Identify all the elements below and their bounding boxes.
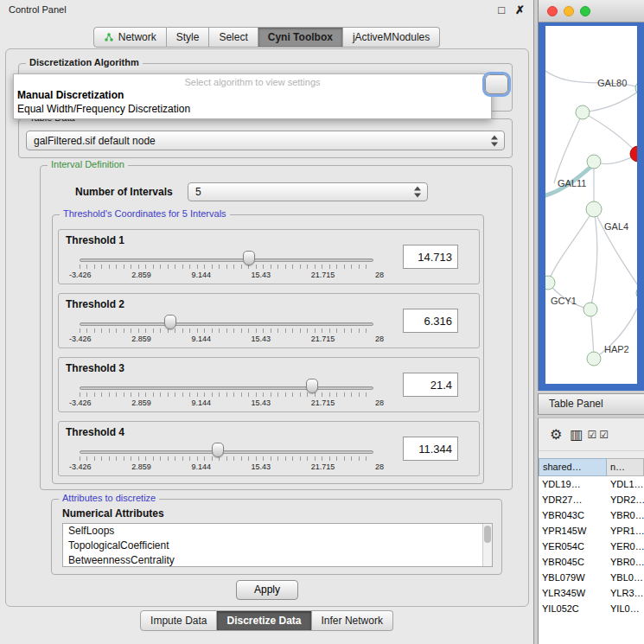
group-label: Discretization Algorithm: [26, 57, 143, 67]
table-row[interactable]: YDR27…YDR2…: [539, 492, 644, 507]
combobox-value: galFiltered.sif default node: [34, 135, 156, 147]
float-window-icon[interactable]: □: [498, 4, 505, 16]
cell-name: YDR2…: [607, 492, 644, 507]
scale-label: -3.426: [69, 335, 92, 343]
tab-impute-data[interactable]: Impute Data: [140, 610, 217, 631]
tab-label: Style: [176, 31, 200, 43]
scale-label: 15.43: [252, 399, 271, 407]
slider-ticks: [80, 328, 373, 333]
threshold-3-slider[interactable]: [80, 379, 373, 398]
cell-name: YDL1…: [607, 476, 644, 492]
tab-network[interactable]: Network: [93, 27, 167, 48]
table-row[interactable]: YER054CYER0…: [539, 539, 644, 554]
cell-shared-name: YDL19…: [539, 476, 607, 492]
network-canvas[interactable]: GAL80 GAL11 GAL4 GCY1 HAP2: [545, 26, 637, 384]
zoom-traffic-light[interactable]: [580, 6, 590, 16]
network-node[interactable]: [587, 155, 601, 169]
tab-infer-network[interactable]: Infer Network: [312, 610, 393, 631]
dropdown-option-equal-width-frequency[interactable]: Equal Width/Frequency Discretization: [14, 102, 491, 116]
threshold-label: Threshold 1: [66, 234, 124, 246]
minimize-traffic-light[interactable]: [564, 6, 574, 16]
threshold-label: Threshold 4: [66, 426, 124, 438]
network-node[interactable]: [586, 201, 602, 217]
table-row[interactable]: YDL19…YDL1…: [539, 476, 644, 492]
tab-label: Cyni Toolbox: [268, 31, 333, 43]
threshold-3-value-field[interactable]: [403, 373, 458, 397]
table-row[interactable]: YLR345WYLR3…: [539, 585, 644, 601]
threshold-1-slider[interactable]: [80, 251, 373, 270]
threshold-2-slider[interactable]: [80, 315, 373, 334]
list-item[interactable]: TopologicalCoefficient: [63, 539, 492, 553]
tab-select[interactable]: Select: [209, 27, 258, 48]
scale-label: 28: [375, 335, 384, 343]
column-header-name[interactable]: n…: [607, 458, 644, 476]
cell-name: YIL0…: [607, 601, 644, 616]
tab-cyni-toolbox[interactable]: Cyni Toolbox: [258, 27, 343, 48]
column-header-shared-name[interactable]: shared…: [539, 458, 607, 476]
control-panel-tab-bar: Network Style Select Cyni Toolbox jActiv…: [0, 27, 533, 48]
slider-track: [80, 450, 373, 454]
slider-scale: -3.426 2.859 9.144 15.43 21.715 28: [69, 462, 384, 471]
scale-label: 28: [375, 462, 384, 471]
list-item[interactable]: SelfLoops: [63, 524, 492, 539]
list-scrollbar[interactable]: [482, 524, 492, 566]
node-label: GAL80: [597, 78, 627, 88]
node-label: GAL11: [558, 178, 586, 188]
slider-thumb[interactable]: [306, 379, 318, 393]
table-row[interactable]: YPR145WYPR1…: [539, 523, 644, 539]
apply-button[interactable]: Apply: [236, 580, 298, 600]
tab-label: Discretize Data: [226, 615, 301, 627]
desktop: Control Panel □ ✗ Network Style Select C…: [0, 0, 644, 644]
tab-discretize-data[interactable]: Discretize Data: [217, 610, 311, 631]
cell-shared-name: YDR27…: [539, 492, 607, 507]
threshold-4-value-field[interactable]: [403, 437, 458, 461]
scale-label: 21.715: [311, 335, 335, 343]
slider-thumb[interactable]: [212, 443, 224, 457]
slider-thumb[interactable]: [243, 251, 255, 265]
close-traffic-light[interactable]: [547, 6, 558, 16]
threshold-1-value-field[interactable]: [403, 245, 458, 269]
tab-jactivemnodules[interactable]: jActiveMNodules: [343, 27, 440, 48]
select-all-icon[interactable]: ☑: [587, 430, 596, 440]
network-node[interactable]: [583, 303, 597, 316]
scrollbar-thumb[interactable]: [484, 526, 491, 543]
select-rows-icon[interactable]: ☑: [599, 430, 609, 440]
threshold-4-panel: Threshold 4 -3.426 2.859 9.144 15.43 21.…: [58, 421, 480, 476]
table-row[interactable]: YBR043CYBR0…: [539, 507, 644, 523]
table-row[interactable]: YBL079WYBL0…: [539, 570, 644, 585]
interval-definition-group: Interval Definition Number of Intervals …: [40, 165, 513, 490]
combobox-value: 5: [195, 186, 201, 198]
algorithm-combobox[interactable]: [485, 74, 508, 94]
close-window-icon[interactable]: ✗: [515, 4, 525, 16]
network-node[interactable]: [545, 276, 555, 290]
threshold-4-slider[interactable]: [80, 443, 373, 462]
gear-icon[interactable]: ⚙: [550, 428, 562, 442]
table-data-combobox[interactable]: galFiltered.sif default node: [26, 131, 505, 150]
list-item[interactable]: BetweennessCentrality: [63, 553, 492, 567]
scale-label: 21.715: [311, 271, 335, 279]
scale-label: 9.144: [191, 271, 211, 279]
cell-name: YBR0…: [607, 507, 644, 523]
scale-label: 9.144: [191, 335, 211, 343]
tab-style[interactable]: Style: [167, 27, 210, 48]
slider-thumb[interactable]: [164, 315, 176, 329]
slider-ticks: [80, 456, 373, 461]
dropdown-option-manual-discretization[interactable]: Manual Discretization: [14, 88, 491, 102]
threshold-2-value-field[interactable]: [403, 309, 458, 333]
combobox-arrows-icon: [491, 135, 499, 146]
number-of-intervals-combobox[interactable]: 5: [188, 182, 428, 201]
threshold-2-panel: Threshold 2 -3.426 2.859 9.144 15.43 21.…: [58, 293, 480, 348]
selected-network-node[interactable]: [630, 146, 637, 162]
network-icon: [104, 32, 114, 42]
columns-icon[interactable]: ▥: [570, 428, 583, 442]
slider-track: [80, 386, 373, 390]
network-node[interactable]: [587, 352, 601, 366]
table-row[interactable]: YBR045CYBR0…: [539, 554, 644, 570]
threshold-1-panel: Threshold 1 -3.426 2.859 9.144 15.43 21.…: [58, 229, 480, 284]
network-node[interactable]: [636, 286, 637, 300]
network-node[interactable]: [576, 105, 590, 119]
number-of-intervals-label: Number of Intervals: [75, 186, 173, 198]
cell-shared-name: YBL079W: [539, 570, 607, 585]
table-row[interactable]: YIL052CYIL0…: [539, 601, 644, 616]
control-panel-window: Control Panel □ ✗ Network Style Select C…: [0, 0, 534, 644]
